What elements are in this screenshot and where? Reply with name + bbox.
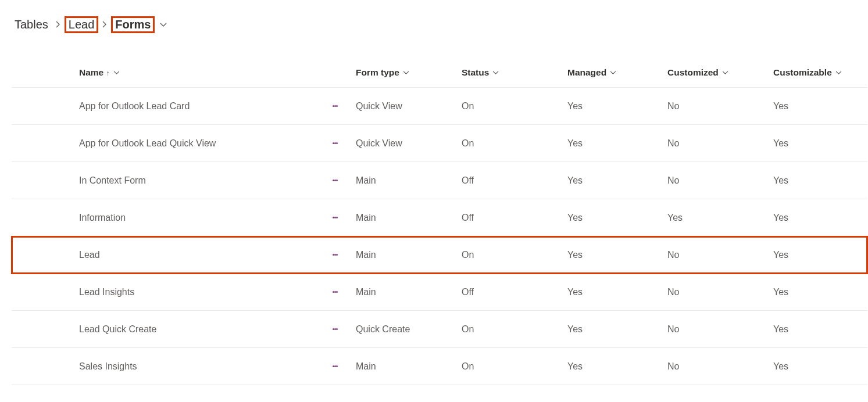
more-vertical-icon[interactable]	[323, 253, 347, 257]
table-header-row: Name ↑ Form type Status	[12, 58, 867, 88]
managed-cell: Yes	[563, 348, 663, 385]
more-vertical-icon[interactable]	[323, 141, 347, 145]
form-type-cell: Main	[351, 348, 457, 385]
customizable-cell: Yes	[769, 311, 867, 348]
customized-cell: No	[663, 162, 769, 199]
more-vertical-icon[interactable]	[323, 216, 347, 220]
table-row[interactable]: App for Outlook Lead Quick ViewQuick Vie…	[12, 125, 867, 162]
column-header-status[interactable]: Status	[462, 67, 499, 78]
table-row[interactable]: Lead InsightsMainOffYesNoYes	[12, 274, 867, 311]
table-row[interactable]: App for Outlook Lead CardQuick ViewOnYes…	[12, 88, 867, 125]
more-vertical-icon[interactable]	[323, 327, 347, 331]
breadcrumb: Tables Lead Forms	[12, 17, 856, 32]
managed-cell: Yes	[563, 311, 663, 348]
row-actions-cell	[319, 274, 351, 311]
column-header-name[interactable]: Name ↑	[79, 67, 120, 78]
table-row[interactable]: Sales InsightsMainOnYesNoYes	[12, 348, 867, 385]
managed-cell: Yes	[563, 236, 663, 274]
column-header-label: Customizable	[773, 67, 832, 78]
form-name-cell[interactable]: Lead Insights	[74, 274, 319, 311]
row-actions-cell	[319, 125, 351, 162]
more-vertical-icon[interactable]	[323, 290, 347, 294]
status-cell: Off	[457, 274, 563, 311]
more-vertical-icon[interactable]	[323, 364, 347, 368]
column-header-customizable[interactable]: Customizable	[773, 67, 842, 78]
status-cell: On	[457, 348, 563, 385]
row-spacer	[12, 274, 74, 311]
status-cell: Off	[457, 199, 563, 236]
managed-cell: Yes	[563, 199, 663, 236]
row-actions-cell	[319, 199, 351, 236]
customizable-cell: Yes	[769, 88, 867, 125]
status-cell: On	[457, 311, 563, 348]
form-name-cell[interactable]: Lead	[74, 236, 319, 274]
customized-cell: Yes	[663, 199, 769, 236]
form-name-cell[interactable]: Lead Quick Create	[74, 311, 319, 348]
form-name-cell[interactable]: In Context Form	[74, 162, 319, 199]
customizable-cell: Yes	[769, 125, 867, 162]
status-cell: On	[457, 88, 563, 125]
row-actions-cell	[319, 311, 351, 348]
header-spacer	[12, 58, 74, 88]
chevron-down-icon	[835, 69, 842, 77]
customized-cell: No	[663, 236, 769, 274]
form-type-cell: Main	[351, 199, 457, 236]
form-name-cell[interactable]: App for Outlook Lead Card	[74, 88, 319, 125]
column-header-label: Managed	[567, 67, 606, 78]
table-row[interactable]: In Context FormMainOffYesNoYes	[12, 162, 867, 199]
customizable-cell: Yes	[769, 348, 867, 385]
table-row[interactable]: LeadMainOnYesNoYes	[12, 236, 867, 274]
row-spacer	[12, 348, 74, 385]
table-row[interactable]: InformationMainOffYesYesYes	[12, 199, 867, 236]
managed-cell: Yes	[563, 274, 663, 311]
more-vertical-icon[interactable]	[323, 178, 347, 182]
row-spacer	[12, 236, 74, 274]
column-header-formtype[interactable]: Form type	[356, 67, 409, 78]
row-actions-cell	[319, 88, 351, 125]
column-header-managed[interactable]: Managed	[567, 67, 616, 78]
row-actions-cell	[319, 348, 351, 385]
row-spacer	[12, 88, 74, 125]
customizable-cell: Yes	[769, 236, 867, 274]
column-header-label: Name	[79, 67, 103, 78]
chevron-down-icon	[113, 69, 120, 77]
breadcrumb-tables[interactable]: Tables	[13, 17, 50, 32]
customizable-cell: Yes	[769, 274, 867, 311]
form-type-cell: Quick View	[351, 88, 457, 125]
customized-cell: No	[663, 348, 769, 385]
chevron-right-icon	[56, 20, 60, 30]
row-actions-cell	[319, 162, 351, 199]
row-spacer	[12, 162, 74, 199]
form-name-cell[interactable]: Information	[74, 199, 319, 236]
form-type-cell: Main	[351, 274, 457, 311]
chevron-down-icon	[610, 69, 616, 77]
status-cell: On	[457, 236, 563, 274]
column-header-label: Status	[462, 67, 489, 78]
customized-cell: No	[663, 88, 769, 125]
managed-cell: Yes	[563, 88, 663, 125]
table-row[interactable]: Lead Quick CreateQuick CreateOnYesNoYes	[12, 311, 867, 348]
chevron-down-icon	[492, 69, 499, 77]
customized-cell: No	[663, 311, 769, 348]
customizable-cell: Yes	[769, 162, 867, 199]
managed-cell: Yes	[563, 162, 663, 199]
row-actions-cell	[319, 236, 351, 274]
column-header-customized[interactable]: Customized	[667, 67, 728, 78]
breadcrumb-lead[interactable]: Lead	[66, 18, 97, 31]
sort-ascending-icon: ↑	[106, 69, 110, 77]
more-vertical-icon[interactable]	[323, 104, 347, 108]
breadcrumb-forms[interactable]: Forms	[113, 18, 153, 31]
form-name-cell[interactable]: Sales Insights	[74, 348, 319, 385]
form-type-cell: Main	[351, 236, 457, 274]
form-type-cell: Quick Create	[351, 311, 457, 348]
forms-table: Name ↑ Form type Status	[12, 58, 867, 385]
header-menu-spacer	[319, 58, 351, 88]
status-cell: On	[457, 125, 563, 162]
row-spacer	[12, 199, 74, 236]
customized-cell: No	[663, 274, 769, 311]
form-name-cell[interactable]: App for Outlook Lead Quick View	[74, 125, 319, 162]
row-spacer	[12, 311, 74, 348]
chevron-down-icon	[722, 69, 728, 77]
chevron-down-icon[interactable]	[160, 21, 167, 29]
chevron-down-icon	[403, 69, 409, 77]
